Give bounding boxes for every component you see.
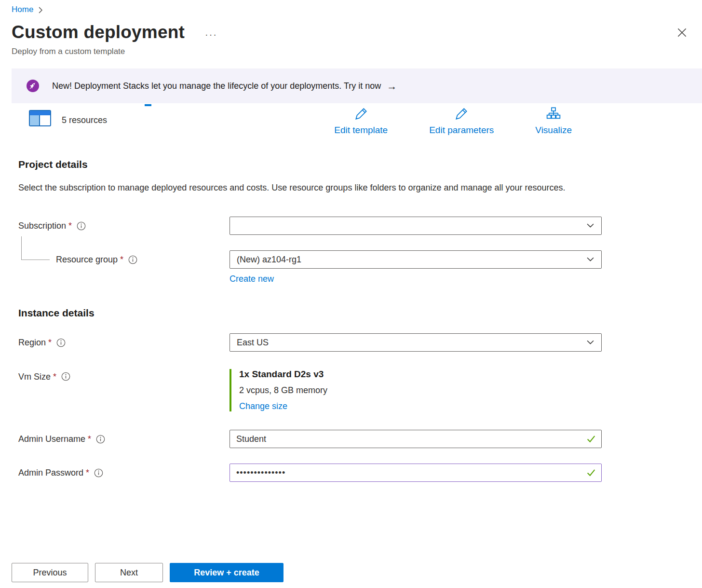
truncated-link-fragment xyxy=(145,104,151,106)
required-asterisk: * xyxy=(86,468,89,478)
page-subtitle: Deploy from a custom template xyxy=(0,42,702,56)
admin-password-label-text: Admin Password xyxy=(18,468,83,478)
admin-password-row: Admin Password* xyxy=(18,464,702,482)
required-asterisk: * xyxy=(48,338,52,348)
admin-username-row: Admin Username* xyxy=(18,430,702,448)
admin-username-label-text: Admin Username xyxy=(18,434,85,444)
title-row: Custom deployment ··· xyxy=(0,14,702,42)
edit-parameters-label: Edit parameters xyxy=(429,125,494,136)
info-icon[interactable] xyxy=(77,221,86,231)
footer-actions: Previous Next Review + create xyxy=(12,563,284,582)
banner-message: New! Deployment Stacks let you manage th… xyxy=(52,81,381,91)
info-icon[interactable] xyxy=(128,255,137,264)
resource-group-value: (New) az104-rg1 xyxy=(237,255,301,265)
deployment-form: Subscription* Resource group* xyxy=(0,217,702,482)
more-options-button[interactable]: ··· xyxy=(205,29,217,39)
vm-size-title: 1x Standard D2s v3 xyxy=(239,369,602,380)
admin-username-input[interactable] xyxy=(230,430,602,448)
info-icon[interactable] xyxy=(56,338,66,347)
next-button[interactable]: Next xyxy=(95,563,163,582)
project-details-heading: Project details xyxy=(0,159,702,170)
breadcrumb-chevron-icon xyxy=(38,7,43,14)
region-label: Region* xyxy=(18,333,230,352)
vm-size-selection: 1x Standard D2s v3 2 vcpus, 8 GB memory … xyxy=(230,369,602,411)
admin-username-label: Admin Username* xyxy=(18,430,230,448)
breadcrumb-home-link[interactable]: Home xyxy=(12,5,33,14)
required-asterisk: * xyxy=(88,434,91,444)
required-asterisk: * xyxy=(120,255,123,265)
chevron-down-icon xyxy=(587,223,594,228)
edit-template-button[interactable]: Edit template xyxy=(334,106,388,136)
edit-template-label: Edit template xyxy=(334,125,388,136)
region-row: Region* East US xyxy=(18,333,702,352)
chevron-down-icon xyxy=(587,257,594,262)
template-summary: 5 resources xyxy=(29,106,107,126)
chevron-down-icon xyxy=(587,340,594,345)
info-icon[interactable] xyxy=(61,372,70,381)
admin-password-input[interactable] xyxy=(230,464,602,482)
rocket-icon xyxy=(26,79,40,93)
previous-button[interactable]: Previous xyxy=(12,563,88,582)
subscription-label: Subscription* xyxy=(18,217,230,235)
change-size-link[interactable]: Change size xyxy=(239,401,287,411)
vm-size-label-text: Vm Size xyxy=(18,372,51,382)
instance-details-heading: Instance details xyxy=(18,307,702,319)
resource-group-label: Resource group* xyxy=(18,250,230,269)
resource-group-row: Resource group* (New) az104-rg1 Create n… xyxy=(18,250,702,284)
project-details-description: Select the subscription to manage deploy… xyxy=(0,180,570,195)
pencil-icon xyxy=(353,106,369,123)
resource-group-dropdown[interactable]: (New) az104-rg1 xyxy=(230,250,602,269)
breadcrumb: Home xyxy=(0,0,702,14)
edit-parameters-button[interactable]: Edit parameters xyxy=(429,106,494,136)
announcement-banner: New! Deployment Stacks let you manage th… xyxy=(12,68,702,103)
visualize-label: Visualize xyxy=(535,125,572,136)
create-new-link[interactable]: Create new xyxy=(230,274,274,284)
info-icon[interactable] xyxy=(94,468,103,478)
required-asterisk: * xyxy=(53,372,56,382)
region-value: East US xyxy=(237,338,269,348)
info-icon[interactable] xyxy=(96,435,105,444)
template-resources-icon xyxy=(29,110,51,126)
vm-size-row: Vm Size* 1x Standard D2s v3 2 vcpus, 8 G… xyxy=(18,369,702,411)
close-icon[interactable] xyxy=(675,26,688,39)
subscription-dropdown[interactable] xyxy=(230,217,602,235)
review-create-button[interactable]: Review + create xyxy=(170,563,284,582)
admin-password-label: Admin Password* xyxy=(18,464,230,482)
resource-group-label-text: Resource group xyxy=(56,255,118,265)
template-actions: Edit template Edit parameters Visualize xyxy=(334,106,702,136)
vm-size-specs: 2 vcpus, 8 GB memory xyxy=(239,385,602,396)
page-title: Custom deployment xyxy=(12,22,185,42)
custom-deployment-page: Home Custom deployment ··· Deploy from a… xyxy=(0,0,702,482)
resources-count: 5 resources xyxy=(62,115,107,126)
subscription-row: Subscription* xyxy=(18,217,702,235)
required-asterisk: * xyxy=(68,221,72,231)
diagram-icon xyxy=(546,106,561,123)
template-bar: 5 resources Edit template Edit parameter… xyxy=(0,103,702,136)
pencil-icon xyxy=(454,106,469,123)
vm-size-label: Vm Size* xyxy=(18,369,230,387)
visualize-button[interactable]: Visualize xyxy=(535,106,572,136)
arrow-right-icon[interactable]: → xyxy=(387,81,397,91)
tree-connector xyxy=(21,236,50,260)
subscription-label-text: Subscription xyxy=(18,221,66,231)
region-dropdown[interactable]: East US xyxy=(230,333,602,352)
region-label-text: Region xyxy=(18,338,46,348)
